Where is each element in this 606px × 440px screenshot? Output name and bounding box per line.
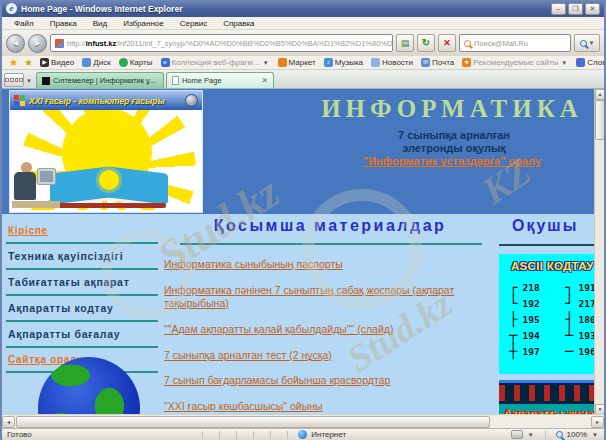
person-at-computer [12, 158, 60, 208]
vertical-scroll-thumb[interactable] [595, 100, 604, 140]
sidebar-item-kirispe[interactable]: Кіріспе [6, 219, 158, 244]
search-icon [580, 40, 587, 47]
link-lesson-plan[interactable]: Информатика пәнінен 7 сыныптың сабақ жос… [164, 284, 486, 311]
maps-icon [119, 58, 128, 67]
favorites-item-music[interactable]: ♪Музыка [320, 58, 367, 67]
link-crosswords[interactable]: 7 сынып бағдарламасы бойынша красвордтар [164, 374, 486, 388]
market-icon [278, 58, 287, 67]
favorites-item-suggested-sites[interactable]: ★Рекомендуемые сайты▼ [458, 58, 572, 67]
back-to-site-link[interactable]: "Информатик ұстаздарға" оралу [302, 155, 602, 167]
window-title: Home Page - Windows Internet Explorer [21, 4, 549, 14]
link-slide[interactable]: ""Адам ақпаратты қалай қабылдайды"" (сла… [164, 323, 486, 337]
favorites-item-mail[interactable]: ✉Почта [417, 58, 458, 67]
url-text: http://infust.kz/inf2011/inf_7_synyp/%D0… [67, 39, 393, 48]
sidebar-item-tehnika[interactable]: Техника қауіпсіздігі [6, 244, 158, 270]
address-input[interactable]: http://infust.kz/inf2011/inf_7_synyp/%D0… [50, 34, 393, 52]
materials-link-list: Информатика сыныбының паспорты Информати… [164, 258, 486, 413]
ie-logo-icon: e [6, 3, 17, 14]
computer-icon [185, 94, 198, 107]
ascii-codes-panel: ASCII КОДТАУ ┌218 ┐191 └192 ┘217 ├195 ┤1… [499, 254, 598, 374]
page-title: ИНФОРМАТИКА [302, 95, 602, 123]
page-content: Stud Stud.kz Stud.kz KZ XXI ғасыр - комп… [2, 88, 604, 414]
status-zone: Интернет [311, 430, 346, 439]
sidebar-nav: Кіріспе Техника қауіпсіздігі Табиғаттағы… [6, 219, 158, 373]
tab-list-dropdown-icon[interactable]: ▼ [26, 78, 32, 84]
minimize-button[interactable]: – [551, 3, 566, 15]
windows-logo-icon [14, 95, 25, 106]
internet-zone-icon [298, 430, 307, 439]
status-ready: Готово [7, 430, 32, 439]
back-button[interactable]: ◂ [6, 34, 25, 53]
menu-view[interactable]: Вид [85, 19, 115, 28]
banner-strip-text: XXI ғасыр - компьютер ғасыры [29, 96, 181, 106]
tab-home-page[interactable]: Home Page ✕ [166, 72, 274, 88]
scroll-up-icon[interactable]: ▲ [595, 89, 604, 100]
compatibility-view-button[interactable]: ▤ [396, 34, 414, 52]
mail-icon: ✉ [421, 58, 430, 67]
ascii-panel-title: ASCII КОДТАУ [505, 260, 598, 272]
tab-favicon [42, 77, 50, 85]
restore-button[interactable]: ❐ [568, 3, 583, 15]
favorites-star-icon[interactable]: ★ [6, 57, 21, 68]
sidebar-item-kodtau[interactable]: Ақпаратты кодтау [6, 296, 158, 322]
music-icon: ♪ [324, 58, 333, 67]
kazakh-sun-emblem [99, 170, 119, 190]
book-cover [52, 203, 166, 208]
web-slices-dropdown-icon[interactable]: ▼ [262, 60, 270, 66]
menu-help[interactable]: Справка [215, 19, 262, 28]
disk-icon [82, 58, 91, 67]
scroll-right-icon[interactable]: ▸ [591, 416, 604, 428]
forward-button[interactable]: ▸ [28, 34, 47, 53]
search-button[interactable]: ▼ [574, 34, 600, 52]
protected-mode-icon[interactable] [511, 430, 523, 439]
tab-page-icon [172, 76, 179, 85]
link-test[interactable]: 7 сыныпқа арналған тест (2 нұсқа) [164, 349, 486, 363]
open-book [50, 166, 168, 208]
search-placeholder: Поиск@Mail.Ru [474, 39, 528, 48]
sidebar-item-tabigat[interactable]: Табиғаттағы ақпарат [6, 270, 158, 296]
web-slices-icon: e [161, 58, 170, 67]
horizontal-scroll-thumb[interactable] [16, 416, 490, 428]
scroll-down-icon[interactable]: ▼ [595, 404, 604, 414]
favorites-item-maps[interactable]: Карты [115, 58, 157, 67]
favorites-item-dictionaries[interactable]: Словари [572, 58, 606, 67]
favorites-item-news[interactable]: Новости [367, 58, 417, 67]
menu-edit[interactable]: Правка [42, 19, 85, 28]
sidebar-item-bagalau[interactable]: Ақпаратты бағалау [6, 322, 158, 348]
menu-favorites[interactable]: Избранное [115, 19, 172, 28]
add-favorite-icon[interactable]: ★ [21, 57, 36, 68]
red-bars-graphic [499, 385, 598, 401]
banner-strip: XXI ғасыр - компьютер ғасыры [10, 91, 202, 110]
refresh-button[interactable]: ↻ [417, 34, 435, 52]
tab-siltemeler[interactable]: Сілтемелер | Информатик ұ... [36, 72, 164, 88]
zoom-icon [556, 431, 563, 438]
search-input[interactable]: Поиск@Mail.Ru [459, 34, 571, 52]
scroll-left-icon[interactable]: ◂ [2, 416, 15, 428]
student-heading: Оқушы [499, 217, 598, 235]
link-game[interactable]: "XXI ғасыр көшбасшысы" ойыны [164, 400, 486, 414]
site-favicon [55, 39, 64, 48]
close-button[interactable]: ✕ [585, 3, 600, 15]
suggested-sites-dropdown-icon[interactable]: ▼ [560, 60, 568, 66]
horizontal-scrollbar[interactable]: ◂ ▸ [2, 414, 604, 428]
favorites-item-disk[interactable]: Диск [78, 58, 114, 67]
favorites-item-web-slices[interactable]: eКоллекция веб-фрагм...▼ [157, 58, 274, 67]
status-dropdown-icon[interactable]: ▼ [527, 432, 535, 438]
news-icon [371, 58, 380, 67]
quick-tabs-button[interactable] [4, 73, 24, 87]
vertical-scrollbar[interactable]: ▲ ▼ [594, 89, 604, 414]
stop-button[interactable]: ✕ [438, 34, 456, 52]
book-right-page [109, 166, 168, 207]
search-provider-icon [464, 40, 471, 47]
status-zoom-level[interactable]: 100% [567, 430, 587, 439]
title-bar: e Home Page - Windows Internet Explorer … [2, 0, 604, 17]
favorites-item-video[interactable]: ▶Видео [36, 58, 78, 67]
tab-close-icon[interactable]: ✕ [261, 76, 268, 85]
menu-file[interactable]: Файл [6, 19, 42, 28]
menu-tools[interactable]: Сервис [172, 19, 215, 28]
zoom-dropdown-icon[interactable]: ▼ [591, 432, 599, 438]
sun-book-illustration [10, 110, 202, 210]
link-passport[interactable]: Информатика сыныбының паспорты [164, 258, 486, 272]
menu-bar: Файл Правка Вид Избранное Сервис Справка [2, 17, 604, 30]
favorites-item-market[interactable]: Маркет [274, 58, 320, 67]
